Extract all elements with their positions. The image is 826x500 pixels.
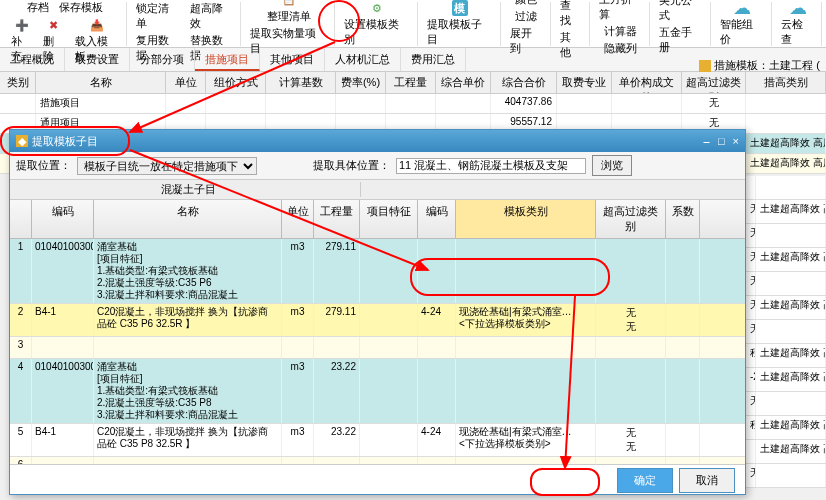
tab-overview[interactable]: 工程概况 (0, 48, 65, 71)
tab-measure[interactable]: 措施项目 (195, 48, 260, 71)
dlg-row[interactable]: 6 (10, 457, 745, 464)
tab-parts[interactable]: 分部分项 (130, 48, 195, 71)
maximize-icon[interactable]: □ (718, 135, 725, 148)
setpos-btn[interactable]: ⚙设置模板类别 (341, 0, 413, 48)
lbl-pos: 提取位置： (16, 158, 71, 173)
sel-pos[interactable]: 模板子目统一放在特定措施项下 (77, 157, 257, 175)
hidecol-btn[interactable]: 隐藏列 (601, 40, 640, 57)
bg-right-row: 土建超高降效 高度 90m以内(26 (746, 440, 826, 464)
bg-right-row: 程… 无土建超高降效 高度 90m以内(26 (746, 344, 826, 368)
bg-right-row: 程… 无土建超高降效 高度 90m以内(26 (746, 416, 826, 440)
bg-right-row (746, 176, 826, 200)
tab-fee[interactable]: 取费设置 (65, 48, 130, 71)
dlg-row[interactable]: 2B4-1C20混凝土，非现场搅拌 换为【抗渗商品砼 C35 P6 32.5R … (10, 304, 745, 337)
bg-right-row: 无土建超高降效 高度 90m以内(26 (746, 248, 826, 272)
group-concrete: 混凝土子目 (16, 182, 361, 197)
bg-right-row: -29 无土建超高降效 高度 90m以内(26 (746, 368, 826, 392)
usd-btn[interactable]: 美元公式 (656, 0, 706, 24)
dlg-row[interactable]: 5B4-1C20混凝土，非现场搅拌 换为【抗渗商品砼 C35 P8 32.5R … (10, 424, 745, 457)
cancel-button[interactable]: 取消 (679, 468, 735, 493)
fee-btn[interactable]: 五金手册 (656, 24, 706, 56)
bg-right-strip: 无土建超高降效 高度 90m以内(26无无土建超高降效 高度 90m以内(26无… (746, 176, 826, 488)
close-icon[interactable]: × (733, 135, 739, 148)
bg-right-row: 无 (746, 392, 826, 416)
tab-mat[interactable]: 人材机汇总 (325, 48, 401, 71)
savetpl-btn[interactable]: 📄保存模板 (56, 0, 106, 16)
template-indicator: 措施模板：土建工程 ( (699, 58, 820, 73)
cloud-btn[interactable]: ☁云检查 (778, 0, 817, 48)
bg-row[interactable]: 措施项目404737.86无 (0, 94, 826, 114)
dialog-titlebar[interactable]: ◆提取模板子目 ‒ □ × (10, 130, 745, 152)
dialog-grid[interactable]: 编码 名称 单位 工程量 项目特征 编码 模板类别 超高过滤类别 系数 1010… (10, 200, 745, 464)
extract-dialog: ◆提取模板子目 ‒ □ × 提取位置： 模板子目统一放在特定措施项下 提取具体位… (9, 129, 746, 495)
earth-btn[interactable]: 土方折算 (596, 0, 646, 23)
tab-cost[interactable]: 费用汇总 (401, 48, 466, 71)
dialog-grid-header: 编码 名称 单位 工程量 项目特征 编码 模板类别 超高过滤类别 系数 (10, 200, 745, 239)
bg-right-row: 无 (746, 272, 826, 296)
find-btn[interactable]: 🔍查找 (557, 0, 585, 29)
ctrl-btn[interactable]: 📋整理清单 (264, 0, 314, 25)
template-icon (699, 60, 711, 72)
lockqty-btn[interactable]: 🔒锁定清单 (133, 0, 183, 32)
body-input[interactable] (396, 158, 586, 174)
tab-other[interactable]: 其他项目 (260, 48, 325, 71)
dialog-toolbar: 提取位置： 模板子目统一放在特定措施项下 提取具体位置： 浏览 (10, 152, 745, 180)
bg-right-row: 无 (746, 224, 826, 248)
filter-btn[interactable]: 过滤 (512, 8, 540, 25)
dlg-row[interactable]: 4010401003002涌室基础[项目特征]1.基础类型:有梁式筏板基础2.混… (10, 359, 745, 424)
dlg-row[interactable]: 1010401003001涌室基础[项目特征]1.基础类型:有梁式筏板基础2.混… (10, 239, 745, 304)
lbl-body: 提取具体位置： (313, 158, 390, 173)
dialog-footer: 确定 取消 (10, 464, 745, 496)
other-btn[interactable]: 其他 (557, 29, 585, 61)
dlg-row[interactable]: 3 (10, 337, 745, 359)
dialog-title: 提取模板子目 (32, 135, 98, 147)
jump-btn[interactable]: ☁智能组价 (717, 0, 767, 48)
bg-right-row: 无土建超高降效 高度 90m以内(26 (746, 296, 826, 320)
calc-btn[interactable]: 计算器 (601, 23, 640, 40)
dialog-icon: ◆ (16, 135, 28, 147)
bg-right-row: 无 (746, 464, 826, 488)
ok-button[interactable]: 确定 (617, 468, 673, 493)
save-btn[interactable]: 💾存档 (24, 0, 52, 16)
ribbon: 💾存档 📄保存模板 ➕补充 ✖删除 📥载入模板 🔒锁定清单 ⬆超高降效 复用数据… (0, 0, 826, 48)
browse-btn[interactable]: 浏览 (592, 155, 632, 176)
bg-grid-header: 类别 名称 单位 组价方式 计算基数 费率(%) 工程量 综合单价 综合合价 取… (0, 72, 826, 94)
color-btn[interactable]: 颜色 (512, 0, 540, 8)
extract-btn[interactable]: 模提取模板子目 (424, 0, 496, 48)
lib-btn[interactable]: ⬆超高降效 (187, 0, 237, 32)
minimize-icon[interactable]: ‒ (703, 135, 710, 148)
bg-right-row: 无土建超高降效 高度 90m以内(26 (746, 200, 826, 224)
compose-btn[interactable]: 展开到 (507, 25, 546, 57)
bg-right-row: 无 (746, 320, 826, 344)
